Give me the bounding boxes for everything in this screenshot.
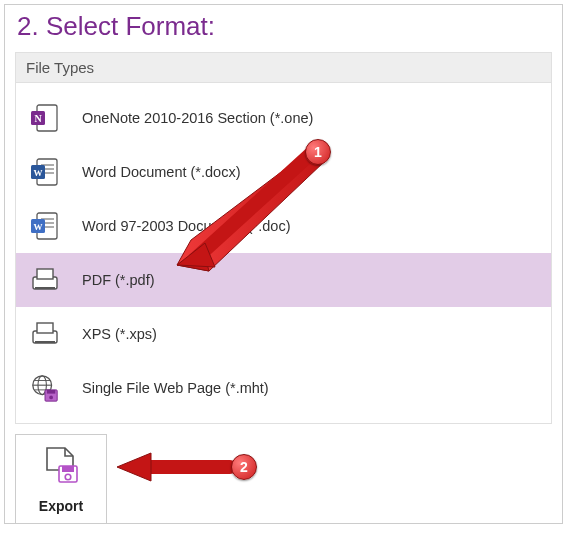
export-button-label: Export <box>39 498 83 514</box>
xps-icon <box>30 319 60 349</box>
mht-icon <box>30 373 60 403</box>
file-label: OneNote 2010-2016 Section (*.one) <box>82 110 313 126</box>
file-item-doc[interactable]: W Word 97-2003 Document (*.doc) <box>16 199 551 253</box>
select-format-panel: 2. Select Format: File Types N OneNote 2… <box>4 4 563 524</box>
file-type-list: N OneNote 2010-2016 Section (*.one) W Wo… <box>15 83 552 424</box>
file-item-pdf[interactable]: PDF (*.pdf) <box>16 253 551 307</box>
section-heading: 2. Select Format: <box>15 9 552 52</box>
file-label: XPS (*.xps) <box>82 326 157 342</box>
file-types-header: File Types <box>15 52 552 83</box>
annotation-arrow-2 <box>117 453 230 481</box>
word-doc-icon: W <box>30 211 60 241</box>
svg-rect-16 <box>37 269 53 279</box>
svg-point-28 <box>49 396 53 400</box>
file-item-mht[interactable]: Single File Web Page (*.mht) <box>16 361 551 415</box>
pdf-icon <box>30 265 60 295</box>
svg-marker-35 <box>117 453 151 481</box>
file-label: Single File Web Page (*.mht) <box>82 380 269 396</box>
svg-rect-27 <box>47 390 55 394</box>
svg-rect-17 <box>35 287 55 289</box>
file-item-onenote[interactable]: N OneNote 2010-2016 Section (*.one) <box>16 91 551 145</box>
word-docx-icon: W <box>30 157 60 187</box>
file-label: PDF (*.pdf) <box>82 272 155 288</box>
file-label: Word 97-2003 Document (*.doc) <box>82 218 290 234</box>
file-item-xps[interactable]: XPS (*.xps) <box>16 307 551 361</box>
svg-text:W: W <box>34 168 43 178</box>
svg-rect-19 <box>37 323 53 333</box>
export-icon <box>41 444 81 488</box>
svg-rect-30 <box>62 466 74 472</box>
file-label: Word Document (*.docx) <box>82 164 240 180</box>
file-item-docx[interactable]: W Word Document (*.docx) <box>16 145 551 199</box>
annotation-marker-2: 2 <box>231 454 257 480</box>
svg-text:N: N <box>34 113 42 124</box>
export-button[interactable]: Export <box>15 434 107 524</box>
onenote-icon: N <box>30 103 60 133</box>
svg-text:W: W <box>34 222 43 232</box>
svg-rect-20 <box>35 341 55 343</box>
